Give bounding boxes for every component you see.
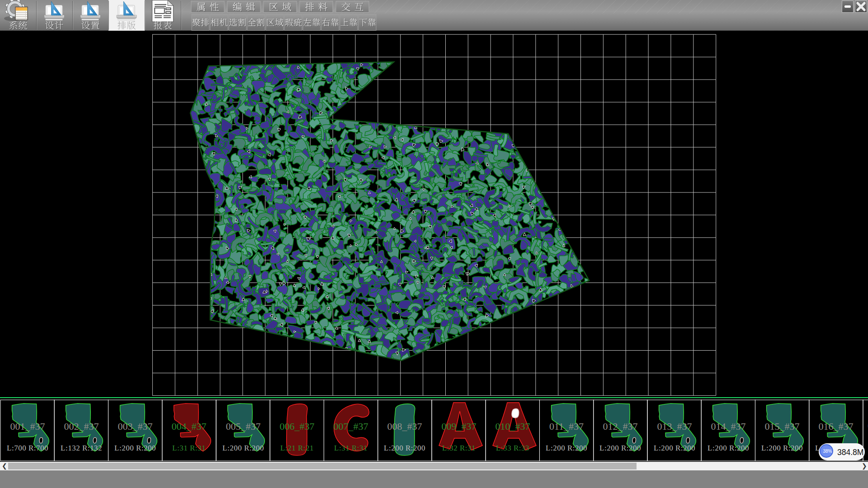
svg-text:015_#37: 015_#37 (765, 421, 800, 432)
svg-text:L:33 R:33: L:33 R:33 (496, 444, 529, 452)
svg-text:007_#37: 007_#37 (334, 421, 368, 432)
svg-text:L:31 R:31: L:31 R:31 (172, 444, 206, 452)
svg-text:L:200 R:200: L:200 R:200 (599, 444, 641, 452)
svg-text:L:200 R:200: L:200 R:200 (761, 444, 803, 452)
svg-text:L:200 R:200: L:200 R:200 (546, 444, 587, 452)
svg-text:016_#37: 016_#37 (819, 421, 854, 432)
svg-text:013_#37: 013_#37 (657, 421, 692, 432)
svg-text:004_#37: 004_#37 (172, 421, 207, 432)
svg-text:L:31 R:31: L:31 R:31 (334, 444, 368, 452)
svg-text:L:32 R:31: L:32 R:31 (442, 444, 476, 452)
svg-text:014_#37: 014_#37 (711, 421, 746, 432)
svg-text:011_#37: 011_#37 (549, 421, 584, 432)
svg-text:L:200 R:200: L:200 R:200 (654, 444, 695, 452)
svg-text:L:200 R:200: L:200 R:200 (384, 444, 425, 452)
svg-text:L:200 R:200: L:200 R:200 (222, 444, 264, 452)
svg-text:006_#37: 006_#37 (280, 421, 315, 432)
svg-text:003_#37: 003_#37 (118, 421, 153, 432)
svg-text:008_#37: 008_#37 (387, 421, 422, 432)
svg-text:L:200 R:200: L:200 R:200 (114, 444, 156, 452)
svg-text:009_#37: 009_#37 (442, 421, 476, 432)
svg-text:L:132 R:132: L:132 R:132 (61, 444, 102, 452)
svg-text:012_#37: 012_#37 (603, 421, 638, 432)
svg-text:L:200 R:200: L:200 R:200 (708, 444, 749, 452)
svg-text:L:700 R:700: L:700 R:700 (7, 444, 48, 452)
svg-text:001_#37: 001_#37 (10, 421, 45, 432)
svg-text:005_#37: 005_#37 (226, 421, 261, 432)
svg-text:010_#37: 010_#37 (495, 421, 530, 432)
svg-text:L:21 R:21: L:21 R:21 (280, 444, 314, 452)
svg-text:002_#37: 002_#37 (64, 421, 99, 432)
